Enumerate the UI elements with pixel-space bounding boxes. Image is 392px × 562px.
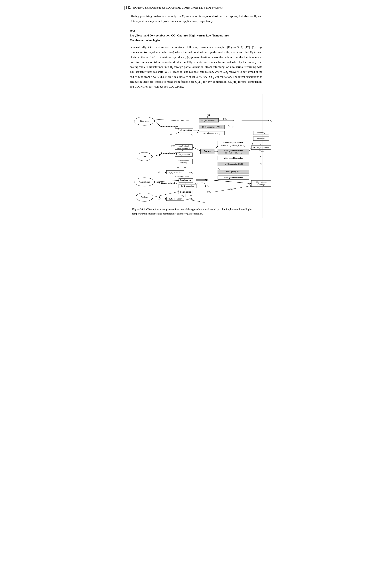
svg-line-114	[249, 148, 251, 151]
svg-text:Electricity & heat: Electricity & heat	[175, 119, 189, 121]
svg-line-131	[214, 186, 251, 192]
page-header: 882 39 Perovskite Membranes for CO2 Capt…	[124, 6, 268, 10]
svg-text:Fuel cells: Fuel cells	[257, 138, 265, 140]
svg-text:O2/N2 separation: O2/N2 separation	[177, 154, 190, 156]
figure-label: Figure 39.1	[132, 208, 145, 211]
svg-text:PTC1: PTC1	[205, 114, 210, 116]
svg-text:Fischer-Tropsch reaction: Fischer-Tropsch reaction	[223, 142, 243, 144]
svg-line-126	[204, 179, 251, 184]
svg-text:O2/N2 separation: O2/N2 separation	[181, 185, 194, 187]
svg-line-111	[214, 146, 218, 150]
svg-text:OC2: OC2	[194, 182, 198, 185]
svg-text:Water splitting PRC3: Water splitting PRC3	[226, 171, 241, 173]
svg-text:H2/CO2 separation: H2/CO2 separation	[253, 146, 269, 149]
svg-text:CO2: CO2	[202, 181, 205, 184]
svg-text:Combustion: Combustion	[180, 129, 192, 131]
svg-text:H2: H2	[259, 143, 261, 145]
svg-text:Combustion: Combustion	[180, 179, 191, 181]
svg-text:H2: H2	[259, 155, 261, 158]
svg-text:Gasification /: Gasification /	[178, 160, 189, 162]
svg-text:Water-gas shift reaction: Water-gas shift reaction	[224, 177, 243, 179]
svg-text:N2: N2	[228, 124, 230, 127]
svg-line-10	[154, 182, 161, 183]
svg-text:Post-combustion: Post-combustion	[161, 125, 178, 128]
section-heading: Pre-, Post-, and Oxy-combustion CO2 Capt…	[130, 34, 262, 42]
svg-text:Electricity: Electricity	[257, 132, 265, 134]
main-content: offering promising credentials not only …	[124, 14, 268, 218]
intro-paragraph: offering promising credentials not only …	[130, 14, 262, 24]
svg-text:& storage: & storage	[257, 184, 265, 186]
figure-container: Biomass Oil Natural gas Carbon Post-comb…	[130, 94, 262, 218]
svg-text:CO2: CO2	[223, 118, 226, 120]
svg-text:CO2: CO2	[207, 191, 211, 193]
svg-text:PRC1: PRC1	[259, 150, 264, 152]
svg-text:reforming (ATR): reforming (ATR)	[177, 147, 190, 149]
svg-text:CH4: CH4	[190, 133, 193, 136]
svg-text:OC3: OC3	[184, 166, 188, 168]
svg-line-127	[184, 199, 202, 202]
svg-text:Syngas: Syngas	[203, 150, 211, 152]
svg-text:Gasification /: Gasification /	[178, 145, 189, 147]
svg-text:Air: Air	[158, 198, 161, 200]
svg-line-118	[153, 192, 179, 197]
svg-text:Water-gas shift reaction: Water-gas shift reaction	[224, 157, 243, 159]
svg-text:N2: N2	[190, 171, 193, 174]
svg-text:CO2: CO2	[259, 163, 262, 165]
svg-text:Natural gas: Natural gas	[139, 181, 150, 183]
svg-text:Combustion: Combustion	[180, 191, 191, 193]
svg-line-8	[154, 121, 161, 126]
svg-text:Pre-combustion: Pre-combustion	[161, 152, 177, 154]
body-paragraph: Schematically, CO2 capture can be achiev…	[130, 45, 262, 89]
svg-line-115	[154, 180, 179, 182]
section-number: 39.2	[130, 29, 262, 33]
svg-text:Air: Air	[158, 171, 161, 173]
svg-text:Oil: Oil	[143, 155, 145, 158]
svg-line-9	[152, 155, 161, 157]
page-title: 39 Perovskite Membranes for CO2 Capture:…	[133, 6, 223, 10]
svg-text:Carbon: Carbon	[141, 196, 148, 198]
svg-text:O2: O2	[181, 195, 184, 197]
svg-text:Electricity & heat: Electricity & heat	[175, 176, 189, 178]
svg-text:O2/N2 separation: O2/N2 separation	[168, 198, 182, 200]
svg-text:N2: N2	[207, 185, 209, 187]
svg-text:O2: O2	[177, 166, 179, 169]
svg-text:N2: N2	[247, 182, 249, 185]
svg-line-20	[175, 132, 179, 134]
svg-text:CO2 transport: CO2 transport	[256, 181, 267, 184]
svg-line-110	[192, 147, 201, 151]
svg-text:Biomass: Biomass	[140, 120, 148, 122]
svg-text:OC1: OC1	[189, 195, 193, 197]
svg-text:Water-gas shift reaction: Water-gas shift reaction	[224, 150, 243, 152]
svg-text:reforming: reforming	[180, 162, 187, 164]
figure-caption: Figure 39.1 CO2 capture strategies as a …	[132, 207, 260, 215]
svg-text:Dry reforming of CH4: Dry reforming of CH4	[203, 132, 220, 135]
svg-text:Air: Air	[170, 133, 172, 135]
svg-text:Oxy-combustion: Oxy-combustion	[161, 182, 177, 184]
svg-text:n CO + 2n H2 → (-CH2-)n + n H2: n CO + 2n H2 → (-CH2-)n + n H2O	[221, 144, 246, 147]
figure-diagram: Biomass Oil Natural gas Carbon Post-comb…	[132, 96, 272, 205]
svg-text:OC4: OC4	[171, 145, 175, 147]
svg-text:N2: N2	[270, 119, 272, 122]
page-number: 882	[126, 6, 131, 9]
svg-text:O2/N2 separation: O2/N2 separation	[168, 171, 182, 174]
svg-line-105	[154, 119, 175, 120]
